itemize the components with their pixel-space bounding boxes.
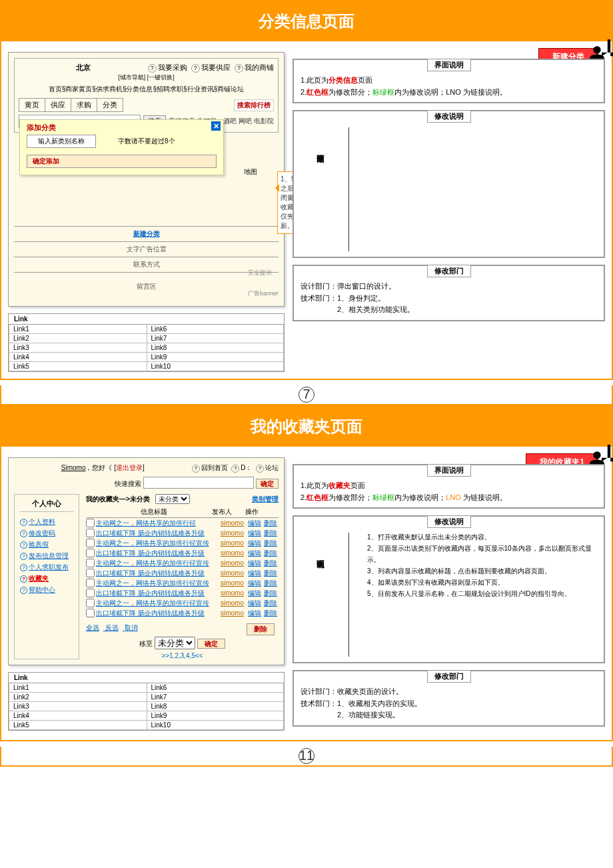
- row-checkbox[interactable]: [86, 539, 95, 547]
- delete-link[interactable]: 删除: [264, 549, 277, 557]
- row-title[interactable]: 主动网之一，网络共享的加倍行径宣传: [96, 558, 218, 568]
- row-title[interactable]: 出口堵截下降 肠企内销转战难各升级: [96, 588, 218, 598]
- row-checkbox[interactable]: [86, 599, 95, 607]
- link-item[interactable]: Link9: [147, 353, 285, 362]
- main-nav[interactable]: 首页§商家黄页§供求商机§分类信息§招聘求职§行业资讯§商铺论坛: [19, 85, 274, 94]
- link-item[interactable]: Link3: [9, 343, 147, 353]
- delete-button[interactable]: 删除: [247, 623, 275, 635]
- link-item[interactable]: Link8: [147, 702, 285, 711]
- help-icon[interactable]: ?: [191, 64, 200, 73]
- row-user[interactable]: simomo: [221, 588, 244, 598]
- tab-yellowpage[interactable]: 黄页: [19, 98, 45, 112]
- link-item[interactable]: Link1: [9, 683, 147, 693]
- sidebar-link[interactable]: ?收藏夹: [20, 573, 73, 584]
- sidebar-link[interactable]: ?验真假: [20, 539, 73, 550]
- row-user[interactable]: simomo: [221, 528, 244, 538]
- row-user[interactable]: simomo: [221, 608, 244, 618]
- link-item[interactable]: Link3: [9, 702, 147, 711]
- category-name-input[interactable]: 输入新类别名称: [27, 135, 96, 148]
- row-user[interactable]: simomo: [221, 548, 244, 558]
- row-title[interactable]: 主动网之一，网络共享的加倍行径: [96, 518, 218, 528]
- sidebar-link[interactable]: ?修改密码: [20, 527, 73, 539]
- confirm-add-button[interactable]: 确定添加: [27, 155, 217, 168]
- delete-link[interactable]: 删除: [264, 569, 277, 577]
- row-user[interactable]: simomo: [221, 518, 244, 528]
- link-item[interactable]: Link10: [147, 362, 285, 371]
- edit-link[interactable]: 编辑: [248, 569, 261, 577]
- tab-category[interactable]: 分类: [97, 98, 123, 112]
- help-icon[interactable]: ?: [235, 64, 243, 73]
- link-item[interactable]: Link7: [147, 693, 285, 702]
- row-title[interactable]: 出口堵截下降 肠企内销转战难各升级: [96, 608, 218, 618]
- row-user[interactable]: simomo: [221, 568, 244, 578]
- move-select[interactable]: 未分类: [155, 637, 195, 649]
- edit-link[interactable]: 编辑: [248, 539, 261, 547]
- sidebar-link[interactable]: ?帮助中心: [20, 584, 73, 595]
- delete-link[interactable]: 删除: [264, 579, 277, 587]
- link-item[interactable]: Link5: [9, 362, 147, 371]
- row-checkbox[interactable]: [86, 609, 95, 617]
- link-item[interactable]: Link8: [147, 343, 285, 353]
- select-all[interactable]: 全选: [86, 624, 99, 631]
- delete-link[interactable]: 删除: [264, 589, 277, 597]
- close-icon[interactable]: ✕: [211, 121, 221, 131]
- link-item[interactable]: Link5: [9, 721, 147, 730]
- delete-link[interactable]: 删除: [264, 559, 277, 567]
- tab-purchase[interactable]: 求购: [71, 98, 97, 112]
- link-item[interactable]: Link2: [9, 693, 147, 702]
- sidebar-link[interactable]: ?个人资料: [20, 516, 73, 527]
- row-user[interactable]: simomo: [221, 558, 244, 568]
- row-title[interactable]: 出口堵截下降 肠企内销转战难各升级: [96, 548, 218, 558]
- delete-link[interactable]: 删除: [264, 519, 277, 527]
- edit-link[interactable]: 编辑: [248, 529, 261, 537]
- logout-link[interactable]: 退出登录: [116, 464, 143, 471]
- edit-link[interactable]: 编辑: [248, 549, 261, 557]
- delete-link[interactable]: 删除: [264, 539, 277, 547]
- quick-search-button[interactable]: 确定: [256, 479, 279, 489]
- row-checkbox[interactable]: [86, 579, 95, 587]
- quick-search-input[interactable]: [143, 477, 254, 489]
- help-icon[interactable]: ?: [148, 64, 157, 73]
- row-title[interactable]: 主动网之一，网络共享的加倍行径宣传: [96, 578, 218, 588]
- link-item[interactable]: Link4: [9, 711, 147, 721]
- tab-supply[interactable]: 供应: [45, 98, 71, 112]
- row-checkbox[interactable]: [86, 529, 95, 537]
- pagination[interactable]: >>1,2,3,4,5<<: [86, 652, 279, 659]
- edit-link[interactable]: 编辑: [248, 519, 261, 527]
- row-checkbox[interactable]: [86, 549, 95, 557]
- row-title[interactable]: 主动网之一，网络共享的加倍行径宣传: [96, 538, 218, 548]
- row-title[interactable]: 出口堵截下降 肠企内销转战难各升级: [96, 528, 218, 538]
- delete-link[interactable]: 删除: [264, 609, 277, 617]
- row-checkbox[interactable]: [86, 559, 95, 567]
- edit-link[interactable]: 编辑: [248, 589, 261, 597]
- row-checkbox[interactable]: [86, 569, 95, 577]
- select-invert[interactable]: 反选: [105, 624, 119, 631]
- link-item[interactable]: Link9: [147, 711, 285, 721]
- link-item[interactable]: Link4: [9, 353, 147, 362]
- link-item[interactable]: Link6: [147, 325, 285, 334]
- edit-link[interactable]: 编辑: [248, 609, 261, 617]
- edit-link[interactable]: 编辑: [248, 599, 261, 607]
- row-title[interactable]: 出口堵截下降 肠企内销转战难各升级: [96, 568, 218, 578]
- sidebar-link[interactable]: ?个人求职发布: [20, 561, 73, 573]
- link-item[interactable]: Link10: [147, 721, 285, 730]
- row-checkbox[interactable]: [86, 589, 95, 597]
- row-user[interactable]: simomo: [221, 578, 244, 588]
- move-confirm-button[interactable]: 确定: [197, 639, 225, 649]
- delete-link[interactable]: 删除: [264, 529, 277, 537]
- row-user[interactable]: simomo: [221, 598, 244, 608]
- category-manage-link[interactable]: 类别管理: [252, 495, 279, 504]
- link-item[interactable]: Link7: [147, 334, 285, 343]
- sidebar-link[interactable]: ?发布信息管理: [20, 550, 73, 561]
- row-user[interactable]: simomo: [221, 538, 244, 548]
- select-cancel[interactable]: 取消: [125, 624, 138, 631]
- edit-link[interactable]: 编辑: [248, 579, 261, 587]
- link-item[interactable]: Link2: [9, 334, 147, 343]
- edit-link[interactable]: 编辑: [248, 559, 261, 567]
- row-checkbox[interactable]: [86, 519, 95, 527]
- link-item[interactable]: Link6: [147, 683, 285, 693]
- delete-link[interactable]: 删除: [264, 599, 277, 607]
- row-title[interactable]: 主动网之一，网络共享的加倍行径宣传: [96, 598, 218, 608]
- category-select[interactable]: 未分类: [155, 494, 190, 504]
- link-item[interactable]: Link1: [9, 325, 147, 334]
